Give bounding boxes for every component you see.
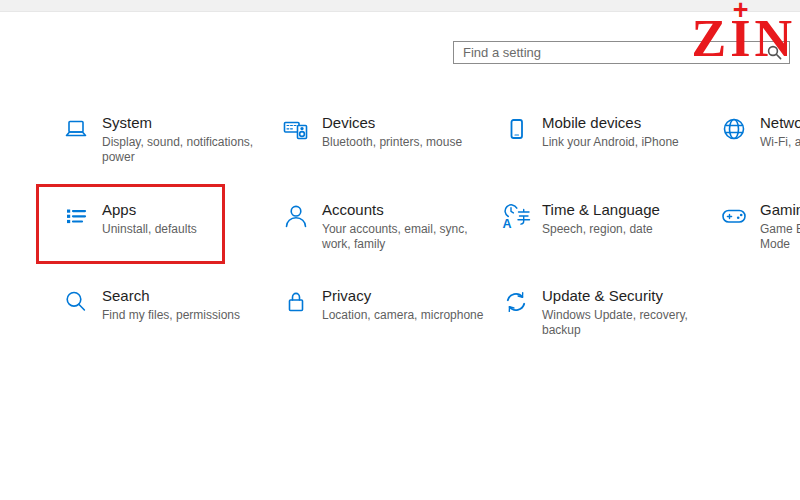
globe-icon bbox=[718, 114, 750, 144]
person-icon bbox=[280, 201, 312, 231]
tile-accounts[interactable]: Accounts Your accounts, email, sync, wor… bbox=[280, 200, 510, 252]
tile-subtitle: Link your Android, iPhone bbox=[542, 135, 679, 150]
tile-subtitle: Find my files, permissions bbox=[102, 308, 240, 323]
update-icon bbox=[500, 287, 532, 317]
tile-title: Mobile devices bbox=[542, 113, 679, 132]
svg-text:A: A bbox=[503, 217, 512, 231]
gamepad-icon bbox=[718, 201, 750, 231]
tile-subtitle: Your accounts, email, sync, work, family bbox=[322, 222, 494, 252]
apps-list-icon bbox=[60, 201, 92, 231]
tile-title: Update & Security bbox=[542, 286, 714, 305]
tile-title: Network bbox=[760, 113, 800, 132]
time-language-icon: A bbox=[500, 201, 532, 231]
laptop-icon bbox=[60, 114, 92, 144]
tile-title: Accounts bbox=[322, 200, 494, 219]
search-icon bbox=[60, 287, 92, 317]
tile-subtitle: Windows Update, recovery, backup bbox=[542, 308, 714, 338]
logo-plus-icon: + bbox=[733, 0, 749, 24]
tile-search[interactable]: Search Find my files, permissions bbox=[60, 286, 290, 323]
tile-subtitle: Wi-Fi, airp bbox=[760, 135, 800, 150]
tile-title: Time & Language bbox=[542, 200, 660, 219]
tile-title: Search bbox=[102, 286, 240, 305]
tile-network[interactable]: Network Wi-Fi, airp bbox=[718, 113, 800, 150]
tile-mobile-devices[interactable]: Mobile devices Link your Android, iPhone bbox=[500, 113, 730, 150]
phone-icon bbox=[500, 114, 532, 144]
tile-devices[interactable]: Devices Bluetooth, printers, mouse bbox=[280, 113, 510, 150]
tile-title: Apps bbox=[102, 200, 197, 219]
tile-system[interactable]: System Display, sound, notifications, po… bbox=[60, 113, 290, 165]
tile-update-security[interactable]: Update & Security Windows Update, recove… bbox=[500, 286, 730, 338]
tile-time-language[interactable]: A Time & Language Speech, region, date bbox=[500, 200, 730, 237]
logo-letter-z: Z bbox=[692, 10, 731, 67]
tile-subtitle: Location, camera, microphone bbox=[322, 308, 483, 323]
tile-subtitle: Uninstall, defaults bbox=[102, 222, 197, 237]
logo-letter-n: N bbox=[754, 10, 796, 67]
tile-title: Devices bbox=[322, 113, 462, 132]
tile-subtitle: Bluetooth, printers, mouse bbox=[322, 135, 462, 150]
top-strip bbox=[0, 0, 800, 12]
tile-privacy[interactable]: Privacy Location, camera, microphone bbox=[280, 286, 510, 323]
lock-icon bbox=[280, 287, 312, 317]
devices-icon bbox=[280, 114, 312, 144]
logo-letter-i: I+ bbox=[730, 13, 754, 65]
tile-title: System bbox=[102, 113, 274, 132]
tile-apps[interactable]: Apps Uninstall, defaults bbox=[60, 200, 290, 237]
zin-logo: ZI+N bbox=[692, 13, 797, 65]
tile-gaming[interactable]: Gaming Game Bar Mode bbox=[718, 200, 800, 252]
tile-subtitle: Game Bar Mode bbox=[760, 222, 800, 252]
tile-subtitle: Speech, region, date bbox=[542, 222, 660, 237]
tile-subtitle: Display, sound, notifications, power bbox=[102, 135, 274, 165]
tile-title: Gaming bbox=[760, 200, 800, 219]
tile-title: Privacy bbox=[322, 286, 483, 305]
